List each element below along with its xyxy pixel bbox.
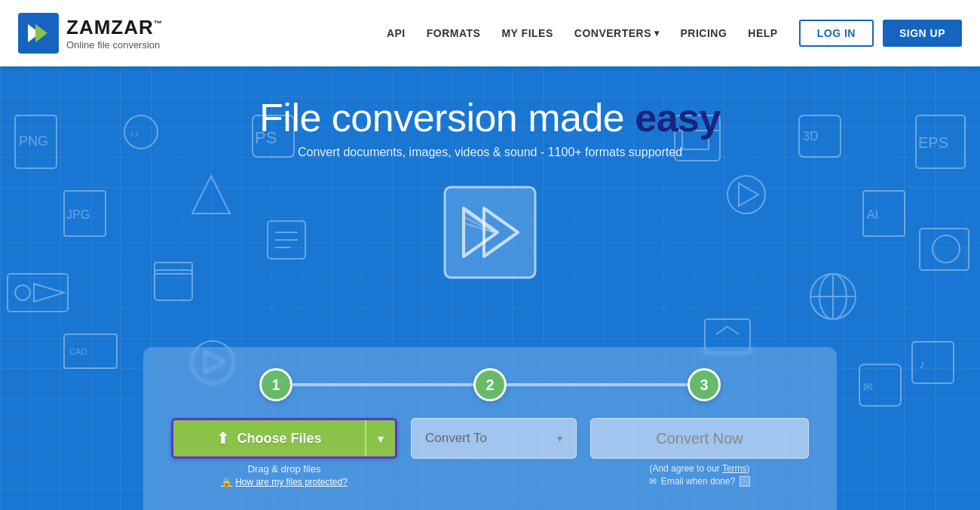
nav-links: API FORMATS MY FILES CONVERTERS PRICING …	[387, 27, 778, 39]
logo-icon	[18, 13, 59, 54]
nav-pricing[interactable]: PRICING	[681, 27, 727, 39]
step-3: 3	[688, 368, 721, 401]
email-checkbox[interactable]	[740, 476, 750, 487]
signup-button[interactable]: SIGN UP	[883, 20, 962, 47]
hero-title-bold: easy	[635, 96, 721, 140]
convert-to-label: Convert To	[425, 431, 487, 446]
logo-subtitle: Online file conversion	[66, 39, 163, 51]
nav-help[interactable]: HELP	[748, 27, 777, 39]
steps-row: 1 2 3	[173, 368, 807, 401]
step-1: 1	[259, 368, 292, 401]
upload-icon: ⬆	[216, 429, 229, 447]
drag-drop-text: Drag & drop files	[248, 463, 321, 475]
svg-text:♪: ♪	[919, 358, 925, 370]
choose-files-dropdown-arrow[interactable]: ▾	[365, 418, 395, 459]
nav-formats[interactable]: FORMATS	[427, 27, 481, 39]
logo-tm: ™	[154, 19, 163, 28]
logo-area: ZAMZAR™ Online file conversion	[18, 13, 163, 54]
svg-rect-46	[445, 187, 535, 278]
hero-title-regular: File conversion made	[259, 96, 635, 140]
svg-text:CAD: CAD	[69, 347, 87, 356]
login-button[interactable]: LOG IN	[799, 20, 874, 47]
converter-box: 1 2 3 ⬆ Choose Files ▾ Drag & drop files…	[143, 347, 837, 510]
terms-suffix: )	[747, 463, 750, 474]
lock-icon: 🔒	[221, 477, 232, 487]
choose-files-section: ⬆ Choose Files ▾ Drag & drop files 🔒 How…	[171, 418, 397, 487]
logo-name-text: ZAMZAR	[66, 16, 154, 38]
email-label: Email when done?	[661, 476, 736, 487]
svg-point-7	[15, 285, 30, 300]
logo-text: ZAMZAR™ Online file conversion	[66, 16, 163, 51]
nav-converters[interactable]: CONVERTERS	[574, 27, 660, 39]
step-line-2	[507, 383, 688, 386]
email-row: ✉ Email when done?	[649, 476, 751, 487]
svg-rect-6	[8, 274, 68, 312]
svg-text:JPG: JPG	[66, 208, 90, 221]
terms-text: (And agree to our Terms)	[649, 463, 749, 474]
convert-to-section: Convert To ▾	[411, 418, 577, 459]
email-icon: ✉	[649, 476, 657, 487]
convert-to-caret: ▾	[557, 432, 562, 444]
step-2: 2	[473, 368, 507, 401]
nav-buttons: LOG IN SIGN UP	[799, 20, 962, 47]
svg-point-29	[933, 235, 960, 263]
nav-myfiles[interactable]: MY FILES	[501, 27, 553, 39]
logo-name: ZAMZAR™	[66, 16, 163, 39]
svg-marker-33	[739, 183, 758, 206]
terms-prefix: (And agree to our	[649, 463, 722, 474]
svg-rect-15	[155, 263, 192, 274]
step-line-1	[292, 383, 473, 386]
svg-text:✉: ✉	[863, 380, 873, 393]
nav-api[interactable]: API	[387, 27, 406, 39]
hero-content: File conversion made easy Convert docume…	[0, 66, 980, 159]
choose-files-button[interactable]: ⬆ Choose Files ▾	[171, 418, 397, 459]
convert-to-dropdown[interactable]: Convert To ▾	[411, 418, 577, 459]
protection-link-text: How are my files protected?	[235, 477, 348, 487]
svg-marker-1	[35, 24, 47, 42]
convert-now-button[interactable]: Convert Now	[590, 418, 809, 459]
convert-now-section: Convert Now (And agree to our Terms) ✉ E…	[590, 418, 809, 487]
terms-link[interactable]: Terms	[722, 463, 747, 474]
navbar: ZAMZAR™ Online file conversion API FORMA…	[0, 0, 980, 66]
hero-subtitle: Convert documents, images, videos & soun…	[298, 146, 682, 159]
hero-section: PNG JPG ♪♪ PS CAD EPS	[0, 66, 980, 510]
svg-text:AI: AI	[867, 208, 878, 221]
choose-files-label: Choose Files	[237, 431, 321, 447]
svg-marker-11	[192, 176, 230, 214]
play-sketch-icon	[437, 180, 543, 288]
actions-row: ⬆ Choose Files ▾ Drag & drop files 🔒 How…	[173, 418, 807, 487]
svg-marker-8	[34, 284, 64, 302]
protection-link[interactable]: 🔒 How are my files protected?	[221, 477, 348, 487]
choose-files-main: ⬆ Choose Files	[173, 429, 365, 447]
hero-title: File conversion made easy	[259, 97, 721, 140]
